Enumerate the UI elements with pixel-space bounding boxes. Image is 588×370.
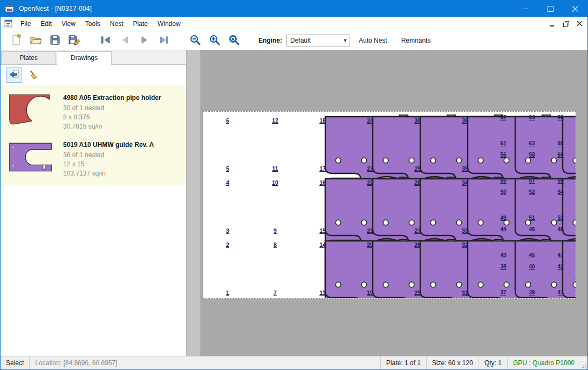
maximize-button[interactable] bbox=[538, 1, 563, 17]
remnants-button[interactable]: Remnants bbox=[396, 33, 436, 48]
mdi-child-icon bbox=[4, 19, 13, 28]
minimize-button[interactable] bbox=[513, 1, 538, 17]
part-number-label: 13 bbox=[319, 290, 326, 296]
tab-plates[interactable]: Plates bbox=[1, 51, 56, 64]
import-arrow-icon bbox=[9, 70, 19, 81]
part-number-label: 63 bbox=[529, 140, 535, 146]
part-number-label: 36 bbox=[462, 117, 468, 124]
import-drawing-button[interactable] bbox=[6, 68, 22, 83]
part-number-label: 25 bbox=[414, 290, 421, 296]
menu-bar: File Edit View Tools Nest Plate Window bbox=[1, 17, 587, 31]
part-number-label: 61 bbox=[500, 140, 507, 146]
tab-drawings[interactable]: Drawings bbox=[57, 51, 112, 65]
title-bar: OpenNest - [N0317-004] bbox=[1, 1, 587, 17]
part-number-label: 8 bbox=[274, 241, 277, 248]
first-plate-button[interactable] bbox=[98, 33, 114, 48]
drawing-area: 30.7815 sq/in bbox=[63, 122, 161, 131]
auto-nest-button[interactable]: Auto Nest bbox=[353, 33, 393, 48]
drawing-list-item[interactable]: 5019 A10 UHMW guide Rev. A 36 of 1 neste… bbox=[1, 134, 186, 181]
part-number-label: 1 bbox=[226, 290, 229, 296]
app-icon bbox=[5, 4, 15, 14]
menu-view[interactable]: View bbox=[57, 17, 80, 30]
status-bar: Select Location: [84.8696, 60.6957] Plat… bbox=[1, 356, 587, 369]
mode-indicator: Select bbox=[1, 356, 29, 369]
part-number-label: 16 bbox=[319, 179, 326, 186]
clear-drawings-button[interactable] bbox=[25, 68, 42, 83]
save-button[interactable] bbox=[47, 33, 63, 48]
mdi-minimize-button[interactable] bbox=[545, 18, 558, 29]
zoom-out-button[interactable] bbox=[187, 33, 203, 48]
previous-plate-button[interactable] bbox=[117, 33, 133, 48]
new-file-button[interactable] bbox=[8, 33, 24, 48]
open-file-button[interactable] bbox=[28, 33, 44, 48]
last-plate-button[interactable] bbox=[156, 33, 172, 48]
part-number-label: 35 bbox=[462, 165, 468, 172]
part-number-label: 66 bbox=[557, 115, 564, 120]
menu-tools[interactable]: Tools bbox=[80, 17, 105, 30]
nested-part-pair[interactable] bbox=[563, 239, 576, 298]
drawing-area: 103.7137 sq/in bbox=[63, 169, 154, 178]
part-number-label: 32 bbox=[462, 241, 468, 248]
mdi-close-button[interactable] bbox=[573, 18, 586, 29]
part-number-label: 51 bbox=[529, 215, 535, 221]
drawing-name: 5019 A10 UHMW guide Rev. A bbox=[63, 139, 154, 149]
part-number-label: 58 bbox=[529, 152, 535, 158]
part-number-label: 19 bbox=[367, 290, 373, 296]
zoom-out-icon bbox=[189, 34, 201, 48]
zoom-fit-icon bbox=[228, 34, 240, 48]
part-number-label: 24 bbox=[367, 117, 373, 124]
part-number-label: 46 bbox=[529, 226, 535, 232]
menu-file[interactable]: File bbox=[16, 17, 36, 30]
drawings-list: 4980 A05 Extraction pipe holder 30 of 1 … bbox=[1, 85, 186, 356]
part-number-label: 28 bbox=[414, 179, 421, 186]
part-number-label: 40 bbox=[529, 264, 535, 270]
cursor-location: Location: [84.8696, 60.6957] bbox=[30, 356, 122, 369]
save-as-button[interactable] bbox=[66, 33, 83, 48]
engine-label: Engine: bbox=[258, 37, 282, 44]
save-icon bbox=[49, 34, 61, 48]
mdi-restore-button[interactable] bbox=[559, 18, 572, 29]
menu-edit[interactable]: Edit bbox=[36, 17, 57, 30]
part-number-label: 59 bbox=[557, 178, 564, 184]
part-number-label: 50 bbox=[500, 189, 507, 195]
drawing-thumbnail-red bbox=[7, 92, 54, 131]
menu-plate[interactable]: Plate bbox=[128, 17, 153, 30]
part-number-label: 55 bbox=[500, 178, 507, 184]
part-number-label: 7 bbox=[274, 290, 277, 296]
save-as-icon bbox=[68, 34, 81, 48]
engine-select[interactable]: Default ▼ bbox=[286, 35, 350, 46]
nest-plate[interactable]: 6512111817242330293635431091615222128273… bbox=[203, 111, 576, 299]
part-number-label: 10 bbox=[272, 179, 278, 186]
part-number-label: 21 bbox=[367, 227, 373, 234]
close-button[interactable] bbox=[563, 1, 587, 17]
drawing-size: 12 x 15 bbox=[63, 160, 154, 169]
part-number-label: 33 bbox=[462, 227, 468, 234]
part-number-label: 11 bbox=[272, 165, 278, 172]
part-number-label: 47 bbox=[557, 252, 564, 258]
zoom-fit-button[interactable] bbox=[226, 33, 242, 48]
zoom-in-button[interactable] bbox=[207, 33, 223, 48]
gpu-indicator: GPU : Quadro P1000 bbox=[508, 356, 580, 369]
part-number-label: 9 bbox=[274, 227, 277, 234]
menu-window[interactable]: Window bbox=[153, 17, 186, 30]
part-number-label: 5 bbox=[226, 165, 229, 172]
drawing-list-item[interactable]: 4980 A05 Extraction pipe holder 30 of 1 … bbox=[1, 88, 186, 134]
drawing-nested-count: 36 of 1 nested bbox=[63, 151, 154, 160]
part-number-label: 14 bbox=[319, 241, 326, 248]
plate-count: Plate: 1 of 1 bbox=[381, 356, 426, 369]
window-title: OpenNest - [N0317-004] bbox=[19, 5, 92, 12]
menu-nest[interactable]: Nest bbox=[105, 17, 128, 30]
new-file-icon bbox=[10, 34, 22, 48]
next-plate-button[interactable] bbox=[136, 33, 153, 48]
plate-qty: Qty: 1 bbox=[479, 356, 507, 369]
part-number-label: 22 bbox=[367, 179, 373, 186]
part-number-label: 26 bbox=[414, 241, 421, 248]
part-number-label: 34 bbox=[462, 179, 468, 186]
drawing-nested-count: 30 of 1 nested bbox=[63, 104, 161, 113]
zoom-in-icon bbox=[209, 34, 221, 48]
part-number-label: 42 bbox=[557, 264, 564, 270]
part-number-label: 12 bbox=[272, 117, 278, 124]
resize-grip[interactable] bbox=[580, 356, 587, 369]
nest-canvas[interactable]: 6512111817242330293635431091615222128273… bbox=[187, 50, 587, 356]
open-folder-icon bbox=[30, 34, 42, 48]
